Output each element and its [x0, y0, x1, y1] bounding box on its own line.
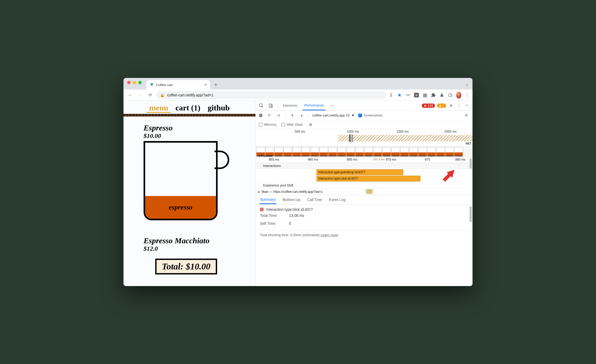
capture-settings-gear-icon[interactable]: ⚙ — [464, 113, 469, 118]
webvitals-checkbox[interactable]: Web Vitals — [281, 123, 303, 127]
close-tab-icon[interactable]: × — [204, 82, 207, 87]
new-tab-button[interactable]: + — [212, 81, 219, 88]
garbage-collect-icon[interactable]: 🗑 — [308, 122, 314, 128]
extension-grid-icon[interactable]: ▦ — [422, 92, 428, 98]
tab-title: Coffee cart — [156, 83, 173, 87]
filmstrip-frame[interactable] — [445, 147, 454, 157]
back-button[interactable]: ← — [126, 91, 134, 99]
load-profile-icon[interactable] — [289, 113, 295, 118]
subtab-calltree[interactable]: Call Tree — [307, 195, 323, 204]
scrollbar-thumb[interactable] — [470, 206, 472, 222]
timeline-overview[interactable]: 500 ms 1000 ms 1500 ms 2000 ms CPU NET — [256, 129, 473, 147]
interactions-section-title[interactable]: Interactions — [256, 163, 473, 169]
settings-gear-icon[interactable]: ⚙ — [448, 103, 454, 109]
product-price: $12.0 — [144, 245, 245, 252]
color-chip-icon — [260, 208, 264, 211]
main-thread-row[interactable]: ▸ Main — https://coffee-cart.netlify.app… — [256, 188, 473, 195]
filmstrip-frame[interactable] — [427, 147, 436, 157]
tab-elements[interactable]: Elements — [281, 101, 299, 110]
filmstrip-frame[interactable] — [310, 147, 319, 157]
filmstrip-frame[interactable] — [418, 147, 427, 157]
record-button[interactable] — [259, 114, 263, 117]
memory-checkbox[interactable]: Memory — [259, 123, 277, 127]
scissors-icon[interactable]: ✂ — [405, 92, 411, 98]
interaction-bar-pointerup[interactable]: Interaction type:pointerup id:4377 — [317, 169, 403, 175]
browser-tab[interactable]: Coffee cart × — [146, 80, 210, 90]
reload-button[interactable]: ⟳ — [146, 91, 154, 99]
filmstrip-frame[interactable] — [373, 147, 382, 157]
filmstrip-frame[interactable] — [346, 147, 355, 157]
filmstrip-frame[interactable] — [364, 147, 373, 157]
filmstrip-frame[interactable] — [391, 147, 400, 157]
extension-n-icon[interactable]: n — [414, 92, 419, 98]
ruler-tick: 980 ms — [455, 158, 465, 161]
device-toggle-icon[interactable] — [268, 103, 274, 109]
devtools-close-icon[interactable]: × — [464, 103, 470, 109]
learn-more-link[interactable]: Learn more — [320, 233, 338, 237]
share-icon[interactable] — [388, 92, 394, 98]
subtab-eventlog[interactable]: Event Log — [328, 195, 346, 204]
nav-menu[interactable]: menu — [146, 103, 171, 113]
overview-tick: 500 ms — [295, 130, 305, 133]
tab-performance[interactable]: Performance — [302, 101, 325, 110]
filmstrip-frame[interactable] — [283, 147, 292, 157]
filmstrip-frame[interactable] — [319, 147, 328, 157]
perf-toolbar: ⟳ ⊘ coffee-cart.netlify.app #3▼ Screensh… — [256, 111, 473, 120]
filmstrip-frame[interactable] — [337, 147, 346, 157]
subtab-bottomup[interactable]: Bottom-Up — [282, 195, 301, 204]
summary-key: Self Time — [260, 221, 284, 226]
nav-github[interactable]: github — [205, 103, 232, 112]
overview-cpu-track — [338, 135, 473, 141]
recording-selector[interactable]: coffee-cart.netlify.app #3▼ — [312, 113, 355, 117]
filmstrip-frame[interactable] — [382, 147, 391, 157]
bookmark-star-icon[interactable]: ★ — [397, 92, 402, 98]
window-close-button[interactable] — [127, 81, 131, 84]
interaction-bar-click[interactable]: Interaction type:click id:4377 — [317, 176, 421, 181]
subtab-summary[interactable]: Summary — [259, 195, 276, 204]
cart-total[interactable]: Total: $10.00 — [155, 259, 217, 274]
address-bar[interactable]: 🔒 coffee-cart.netlify.app/?ad=1 — [156, 91, 386, 99]
reload-record-icon[interactable]: ⟳ — [266, 113, 272, 118]
filmstrip-frame[interactable] — [355, 147, 364, 157]
scrollbar-thumb[interactable] — [470, 158, 472, 169]
screenshots-checkbox[interactable]: Screenshots — [358, 113, 383, 117]
clear-icon[interactable]: ⊘ — [276, 113, 282, 118]
tab-more[interactable]: » — [329, 101, 334, 110]
cup-handle-icon — [214, 151, 229, 169]
forward-button[interactable]: → — [136, 91, 144, 99]
nav-cart[interactable]: cart (1) — [173, 103, 203, 112]
ruler-fps-label: 333.3 ms — [373, 158, 385, 161]
window-minimize-button[interactable] — [133, 81, 136, 84]
extensions-puzzle-icon[interactable] — [431, 92, 436, 98]
filmstrip-frame[interactable] — [400, 147, 409, 157]
labs-flask-icon[interactable] — [439, 92, 444, 98]
filmstrip-frame[interactable] — [328, 147, 337, 157]
filmstrip-frame[interactable] — [274, 147, 283, 157]
product-macchiato: Espresso Macchiato $12.0 — [123, 226, 255, 252]
error-count-badge[interactable]: ⊗124 — [422, 104, 435, 108]
cup-body-icon: espresso — [144, 141, 218, 220]
devtools-menu-icon[interactable]: ⋮ — [456, 103, 462, 109]
filmstrip-frame[interactable] — [454, 147, 463, 157]
time-ruler[interactable]: 955 ms 960 ms 965 ms 970 ms 975 980 ms 3… — [256, 157, 473, 163]
save-profile-icon[interactable] — [299, 113, 305, 118]
chrome-window: Coffee cart × + ⌄ ← → ⟳ 🔒 coffee-cart.ne… — [123, 78, 473, 286]
filmstrip-frame[interactable] — [292, 147, 301, 157]
filmstrip-frame[interactable] — [301, 147, 310, 157]
frames-section-title[interactable]: ▸ Frames — [256, 153, 272, 159]
screenshot-filmstrip[interactable] — [256, 147, 473, 157]
profile-avatar[interactable] — [456, 92, 461, 98]
inspect-element-icon[interactable] — [258, 103, 264, 109]
lock-icon: 🔒 — [160, 93, 164, 97]
side-panel-icon[interactable] — [448, 92, 453, 98]
coffee-cup[interactable]: espresso — [144, 141, 228, 226]
blocking-time-footer: Total blocking time: 0.00ms (estimated) … — [256, 230, 473, 240]
warning-count-badge[interactable]: ▮1 — [437, 104, 446, 108]
tab-dropdown-icon[interactable]: ⌄ — [465, 82, 469, 87]
filmstrip-frame[interactable] — [436, 147, 445, 157]
filmstrip-frame[interactable] — [409, 147, 418, 157]
window-zoom-button[interactable] — [138, 81, 142, 84]
summary-value: 13.08 ms — [289, 213, 304, 218]
product-name: Espresso Macchiato — [144, 236, 245, 245]
chrome-menu-icon[interactable]: ⋮ — [465, 92, 470, 98]
